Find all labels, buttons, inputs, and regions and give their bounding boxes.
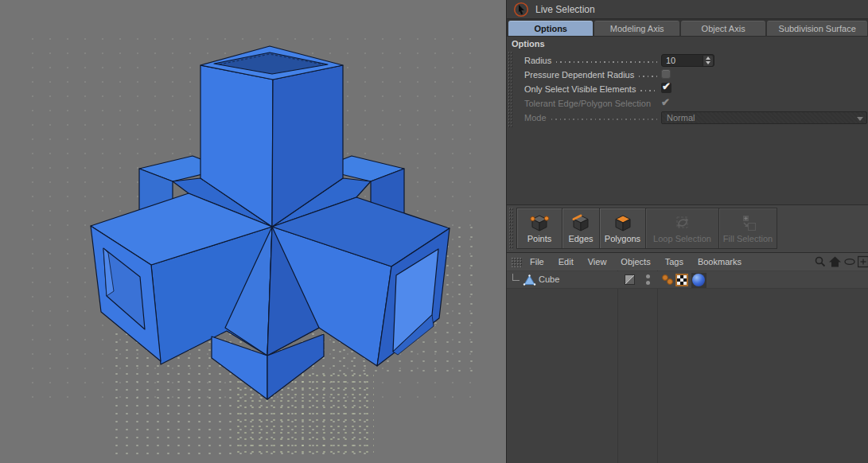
layer-icon[interactable] [625, 274, 635, 285]
spinner-down-icon[interactable] [706, 61, 710, 64]
fill-selection-icon [738, 211, 758, 234]
object-manager-menubar: File Edit View Objects Tags Bookmarks [507, 252, 868, 270]
menu-view[interactable]: View [581, 257, 614, 267]
editor-visibility-toggle[interactable] [646, 274, 650, 278]
loop-selection-button[interactable]: Loop Selection [645, 208, 718, 249]
tolerant-selection-row: Tolerant Edge/Polygon Selection ✔ [507, 96, 868, 111]
loop-selection-label: Loop Selection [653, 234, 711, 243]
points-label: Points [527, 234, 552, 243]
visible-elements-row: Only Select Visible Elements ✔ [507, 82, 868, 96]
toolbar-grip[interactable] [508, 207, 513, 250]
edges-cube-icon [570, 211, 591, 234]
menu-tags[interactable]: Tags [658, 257, 691, 267]
options-section-header[interactable]: Options [507, 36, 868, 50]
phong-tag-icon[interactable] [691, 273, 706, 288]
radius-label: Radius [524, 56, 551, 65]
column-divider [617, 270, 618, 463]
fill-selection-button[interactable]: Fill Selection [718, 208, 777, 249]
pressure-row: Pressure Dependent Radius [507, 68, 868, 82]
hierarchy-branch-icon [512, 274, 520, 281]
polygons-cube-icon [613, 211, 633, 234]
radius-input-field[interactable] [661, 54, 714, 67]
mode-row: Mode Normal [507, 111, 868, 125]
tab-subdivision-surface[interactable]: Subdivision Surface [767, 21, 867, 36]
dotted-leader [639, 76, 657, 77]
pressure-checkbox[interactable] [661, 69, 671, 79]
checkmark-disabled-icon: ✔ [661, 96, 670, 108]
tab-options[interactable]: Options [508, 21, 593, 36]
radius-row: Radius [507, 53, 868, 68]
loop-selection-icon [672, 211, 693, 234]
menu-edit[interactable]: Edit [551, 257, 581, 267]
attribute-manager-header: Live Selection [507, 0, 868, 18]
visible-elements-checkbox[interactable]: ✔ [661, 83, 671, 93]
fill-selection-label: Fill Selection [723, 234, 773, 243]
edges-label: Edges [568, 234, 593, 243]
mode-dropdown[interactable]: Normal [661, 111, 867, 124]
live-selection-icon [513, 2, 529, 18]
cinema4d-window: Live Selection Options Modeling Axis Obj… [0, 0, 868, 463]
mode-value: Normal [667, 113, 695, 123]
column-divider [657, 270, 658, 463]
dotted-leader [556, 61, 657, 63]
radius-spinner[interactable] [703, 56, 713, 66]
polygons-mode-button[interactable]: Polygons [599, 208, 645, 249]
radius-input[interactable] [666, 55, 699, 66]
menu-objects[interactable]: Objects [613, 257, 657, 267]
eye-icon[interactable] [843, 255, 856, 268]
tool-title: Live Selection [535, 4, 595, 15]
viewport-canvas[interactable] [0, 0, 506, 463]
right-panel: Live Selection Options Modeling Axis Obj… [506, 0, 868, 463]
dotted-leader [640, 90, 657, 91]
object-manager-list[interactable]: Cube [507, 270, 868, 463]
edges-mode-button[interactable]: Edges [562, 208, 599, 249]
dotted-leader [551, 119, 657, 120]
phong-sphere [692, 274, 705, 286]
tolerant-selection-label: Tolerant Edge/Polygon Selection [524, 99, 651, 108]
dropdown-arrow-icon [857, 117, 863, 121]
cross-mesh-object [91, 46, 450, 399]
object-name[interactable]: Cube [539, 274, 559, 284]
search-icon[interactable] [814, 255, 827, 268]
viewport[interactable] [0, 0, 506, 463]
polygons-label: Polygons [605, 234, 640, 243]
selection-tag-icon[interactable] [661, 273, 675, 287]
polygon-object-icon [523, 274, 536, 286]
points-mode-button[interactable]: Points [516, 208, 562, 249]
tab-modeling-axis[interactable]: Modeling Axis [594, 21, 679, 36]
points-cube-icon [529, 211, 550, 234]
visible-elements-label: Only Select Visible Elements [524, 84, 636, 94]
mode-label: Mode [524, 113, 547, 123]
checkmark-icon: ✔ [662, 80, 671, 92]
home-icon[interactable] [828, 255, 842, 268]
tab-object-axis[interactable]: Object Axis [681, 21, 765, 36]
attribute-tabbar: Options Modeling Axis Object Axis Subdiv… [507, 18, 868, 36]
add-panel-icon[interactable] [858, 255, 868, 268]
menu-bookmarks[interactable]: Bookmarks [691, 257, 749, 267]
object-row-cube[interactable]: Cube [507, 271, 868, 289]
panel-handle-icon[interactable] [511, 257, 523, 267]
pressure-label: Pressure Dependent Radius [524, 70, 634, 80]
spinner-up-icon[interactable] [706, 56, 710, 60]
uvw-tag-icon[interactable] [675, 274, 688, 286]
render-visibility-toggle[interactable] [646, 281, 650, 285]
menu-file[interactable]: File [523, 257, 551, 267]
